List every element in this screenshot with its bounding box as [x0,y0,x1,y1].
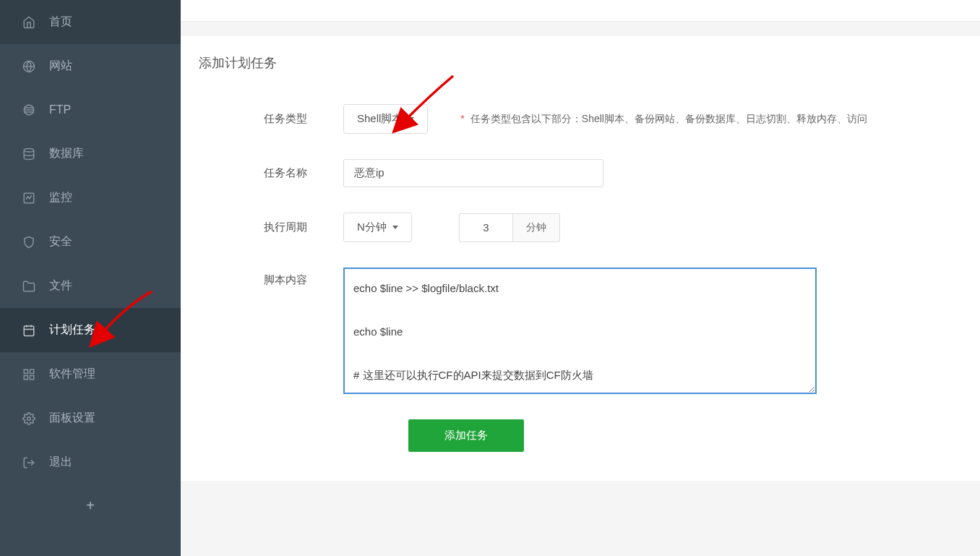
period-dropdown[interactable]: N分钟 [343,213,412,242]
home-icon [22,15,36,30]
sidebar-item-label: 面板设置 [49,411,95,426]
task-type-help: *任务类型包含以下部分：Shell脚本、备份网站、备份数据库、日志切割、释放内存… [460,113,867,126]
sidebar-item-website[interactable]: 网站 [0,44,181,88]
period-dropdown-value: N分钟 [357,221,387,234]
ftp-icon [22,103,36,117]
monitor-icon [22,191,36,205]
task-type-controls: Shell脚本 *任务类型包含以下部分：Shell脚本、备份网站、备份数据库、日… [343,104,867,134]
content-panel: 添加计划任务 任务类型 Shell脚本 *任务类型包含以下部分：Shell脚本、… [181,36,980,481]
sidebar-item-home[interactable]: 首页 [0,0,181,44]
svg-rect-8 [24,326,34,336]
sidebar-item-label: 退出 [49,455,72,470]
period-controls: N分钟 分钟 [343,213,560,242]
sidebar-item-files[interactable]: 文件 [0,264,181,308]
sidebar-item-cron[interactable]: 计划任务 [0,308,181,352]
period-row: 执行周期 N分钟 分钟 [199,213,962,242]
svg-point-16 [27,416,31,420]
script-textarea[interactable] [343,268,817,394]
sidebar-item-label: 监控 [49,190,72,205]
sidebar-item-database[interactable]: 数据库 [0,132,181,176]
gear-icon [22,411,36,426]
sidebar-item-ftp[interactable]: FTP [0,88,181,132]
sidebar-item-settings[interactable]: 面板设置 [0,396,181,440]
sidebar-item-label: 首页 [49,14,72,30]
caret-down-icon [392,226,398,229]
main-content: 添加计划任务 任务类型 Shell脚本 *任务类型包含以下部分：Shell脚本、… [181,0,980,556]
sidebar-plus[interactable]: + [0,484,181,527]
task-type-row: 任务类型 Shell脚本 *任务类型包含以下部分：Shell脚本、备份网站、备份… [199,104,962,134]
sidebar-item-label: 软件管理 [49,367,95,382]
sidebar-item-label: 安全 [49,234,72,249]
logout-icon [22,456,36,470]
sidebar-item-label: 计划任务 [49,322,95,338]
apps-icon [22,367,36,382]
sidebar: 首页 网站 FTP 数据库 监控 [0,0,181,556]
svg-rect-14 [24,375,27,379]
sidebar-item-software[interactable]: 软件管理 [0,352,181,396]
task-name-label: 任务名称 [264,166,343,180]
script-row: 脚本内容 [199,268,962,394]
task-type-dropdown[interactable]: Shell脚本 [343,104,428,134]
task-name-controls [343,159,603,187]
script-controls [343,268,817,394]
svg-point-6 [24,148,34,152]
shield-icon [22,235,36,249]
asterisk-icon: * [460,113,464,124]
folder-icon [22,279,36,294]
period-label: 执行周期 [264,221,343,234]
svg-rect-12 [24,369,27,373]
period-input-group: 分钟 [459,213,560,242]
svg-rect-15 [30,375,34,379]
submit-button[interactable]: 添加任务 [408,419,524,452]
task-type-value: Shell脚本 [357,112,403,126]
caret-down-icon [408,117,414,121]
calendar-icon [22,323,36,338]
sidebar-item-label: 文件 [49,278,72,294]
period-value-input[interactable] [459,213,513,242]
globe-icon [22,59,36,74]
svg-rect-13 [30,369,34,373]
plus-icon: + [86,497,95,513]
task-name-input[interactable] [343,159,603,187]
top-spacer [181,0,980,22]
task-type-label: 任务类型 [264,112,343,126]
sidebar-item-label: FTP [49,103,71,116]
database-icon [22,147,36,161]
task-name-row: 任务名称 [199,159,962,187]
sidebar-item-label: 网站 [49,59,72,74]
sidebar-item-monitor[interactable]: 监控 [0,176,181,220]
page-title: 添加计划任务 [199,51,962,75]
sidebar-item-logout[interactable]: 退出 [0,440,181,484]
period-unit-label: 分钟 [513,213,560,242]
script-label: 脚本内容 [264,268,343,287]
sidebar-item-label: 数据库 [49,146,84,161]
sidebar-item-security[interactable]: 安全 [0,220,181,264]
